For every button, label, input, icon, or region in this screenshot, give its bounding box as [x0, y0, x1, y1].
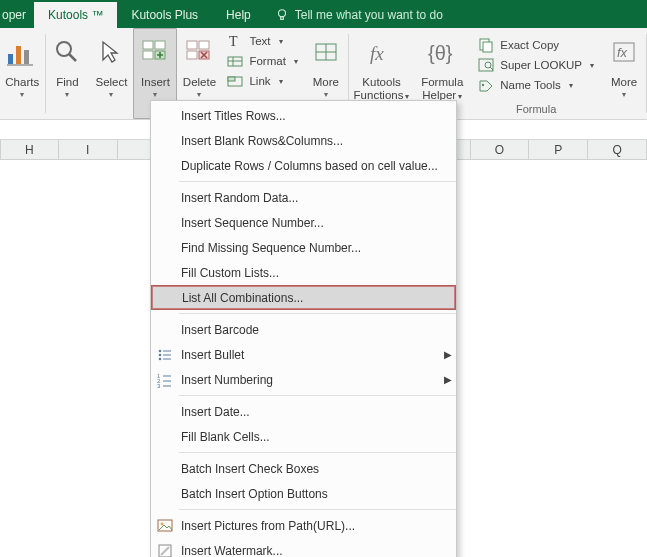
format-icon — [227, 53, 243, 69]
text-label: Text — [249, 35, 270, 47]
more-button-2[interactable]: fx More▾ — [602, 28, 646, 119]
menu-insert-barcode[interactable]: Insert Barcode — [151, 317, 456, 342]
menu-label: Insert Random Data... — [179, 191, 456, 205]
svg-text:fx: fx — [370, 43, 384, 64]
svg-rect-4 — [24, 50, 29, 64]
col-header[interactable]: P — [529, 140, 588, 159]
menu-label: Insert Titles Rows... — [179, 109, 456, 123]
insert-label: Insert — [141, 76, 170, 88]
select-button[interactable]: Select▾ — [89, 28, 133, 119]
chevron-down-icon: ▾ — [569, 81, 573, 90]
exact-copy-button[interactable]: Exact Copy — [476, 36, 596, 54]
svg-rect-12 — [187, 41, 197, 49]
svg-point-48 — [161, 522, 164, 525]
menu-label: Insert Pictures from Path(URL)... — [179, 519, 456, 533]
grid-more-icon — [313, 38, 339, 68]
menu-label: Batch Insert Check Boxes — [179, 462, 456, 476]
braces-icon: {θ} — [427, 38, 457, 68]
copy-icon — [478, 37, 494, 53]
svg-rect-21 — [228, 77, 235, 81]
fx-box-icon: fx — [611, 38, 637, 68]
menu-find-missing-sequence[interactable]: Find Missing Sequence Number... — [151, 235, 456, 260]
charts-button[interactable]: Charts▾ — [0, 28, 45, 119]
chevron-down-icon: ▾ — [458, 92, 462, 101]
format-label: Format — [249, 55, 285, 67]
svg-rect-2 — [8, 54, 13, 64]
svg-rect-1 — [280, 17, 283, 20]
menu-insert-sequence-number[interactable]: Insert Sequence Number... — [151, 210, 456, 235]
col-header[interactable]: I — [59, 140, 118, 159]
menu-label: Insert Bullet — [179, 348, 440, 362]
insert-cells-icon — [140, 38, 170, 68]
tab-kutools[interactable]: Kutools ™ — [34, 2, 117, 28]
menu-insert-pictures-from-url[interactable]: Insert Pictures from Path(URL)... — [151, 513, 456, 538]
svg-point-39 — [159, 357, 162, 360]
menu-label: Duplicate Rows / Columns based on cell v… — [179, 159, 456, 173]
magnifier-icon — [53, 38, 81, 68]
menu-duplicate-rows-cols[interactable]: Duplicate Rows / Columns based on cell v… — [151, 153, 456, 178]
svg-text:T: T — [229, 34, 238, 49]
svg-rect-14 — [187, 51, 197, 59]
menu-separator — [179, 313, 456, 314]
titlebar-tabs: oper Kutools ™ Kutools Plus Help Tell me… — [0, 0, 647, 28]
menu-label: Batch Insert Option Buttons — [179, 487, 456, 501]
text-button[interactable]: T Text▾ — [225, 32, 299, 50]
link-button[interactable]: Link▾ — [225, 72, 299, 90]
col-header[interactable]: H — [0, 140, 59, 159]
menu-insert-random-data[interactable]: Insert Random Data... — [151, 185, 456, 210]
formula-group: Exact Copy Super LOOKUP▾ Name Tools▾ For… — [470, 28, 602, 119]
tab-kutools-plus[interactable]: Kutools Plus — [117, 2, 212, 28]
menu-insert-numbering[interactable]: 123 Insert Numbering▶ — [151, 367, 456, 392]
menu-insert-bullet[interactable]: Insert Bullet▶ — [151, 342, 456, 367]
menu-label: Insert Date... — [179, 405, 456, 419]
tell-me-box[interactable]: Tell me what you want to do — [265, 2, 453, 28]
menu-insert-title-rows[interactable]: Insert Titles Rows... — [151, 103, 456, 128]
menu-insert-blank-rows-cols[interactable]: Insert Blank Rows&Columns... — [151, 128, 456, 153]
chevron-down-icon: ▾ — [590, 61, 594, 70]
format-button[interactable]: Format▾ — [225, 52, 299, 70]
menu-fill-blank-cells[interactable]: Fill Blank Cells... — [151, 424, 456, 449]
svg-line-7 — [69, 54, 76, 61]
svg-point-0 — [278, 10, 285, 17]
menu-label: Insert Watermark... — [179, 544, 456, 558]
menu-batch-insert-checkboxes[interactable]: Batch Insert Check Boxes — [151, 456, 456, 481]
menu-list-all-combinations[interactable]: List All Combinations... — [151, 285, 456, 310]
link-label: Link — [249, 75, 270, 87]
menu-insert-watermark[interactable]: Insert Watermark... — [151, 538, 456, 557]
chevron-down-icon: ▾ — [5, 90, 39, 99]
menu-fill-custom-lists[interactable]: Fill Custom Lists... — [151, 260, 456, 285]
link-icon — [227, 73, 243, 89]
submenu-arrow-icon: ▶ — [440, 349, 456, 360]
tab-help[interactable]: Help — [212, 2, 265, 28]
chevron-down-icon: ▾ — [611, 90, 637, 99]
menu-label: Find Missing Sequence Number... — [179, 241, 456, 255]
delete-cells-icon — [184, 38, 214, 68]
svg-point-37 — [159, 353, 162, 356]
more2-label: More — [611, 76, 637, 88]
super-lookup-button[interactable]: Super LOOKUP▾ — [476, 56, 596, 74]
svg-point-6 — [57, 42, 71, 56]
col-header[interactable]: O — [471, 140, 530, 159]
svg-rect-8 — [143, 41, 153, 49]
menu-insert-date[interactable]: Insert Date... — [151, 399, 456, 424]
svg-rect-10 — [143, 51, 153, 59]
picture-icon — [157, 518, 173, 534]
svg-text:3: 3 — [157, 383, 161, 388]
name-tools-button[interactable]: Name Tools▾ — [476, 76, 596, 94]
menu-separator — [179, 395, 456, 396]
svg-rect-9 — [155, 41, 165, 49]
svg-point-32 — [482, 84, 484, 86]
menu-separator — [179, 181, 456, 182]
kfuncs-label: Kutools Functions — [354, 76, 404, 101]
col-header[interactable]: Q — [588, 140, 647, 159]
lookup-icon — [478, 57, 494, 73]
more1-label: More — [313, 76, 339, 88]
find-button[interactable]: Find▾ — [45, 28, 89, 119]
tab-developer-partial[interactable]: oper — [0, 2, 34, 28]
insert-dropdown-menu: Insert Titles Rows... Insert Blank Rows&… — [150, 100, 457, 557]
exactcopy-label: Exact Copy — [500, 39, 559, 51]
number-list-icon: 123 — [157, 372, 173, 388]
menu-label: Insert Blank Rows&Columns... — [179, 134, 456, 148]
menu-batch-insert-option-buttons[interactable]: Batch Insert Option Buttons — [151, 481, 456, 506]
svg-rect-3 — [16, 46, 21, 64]
